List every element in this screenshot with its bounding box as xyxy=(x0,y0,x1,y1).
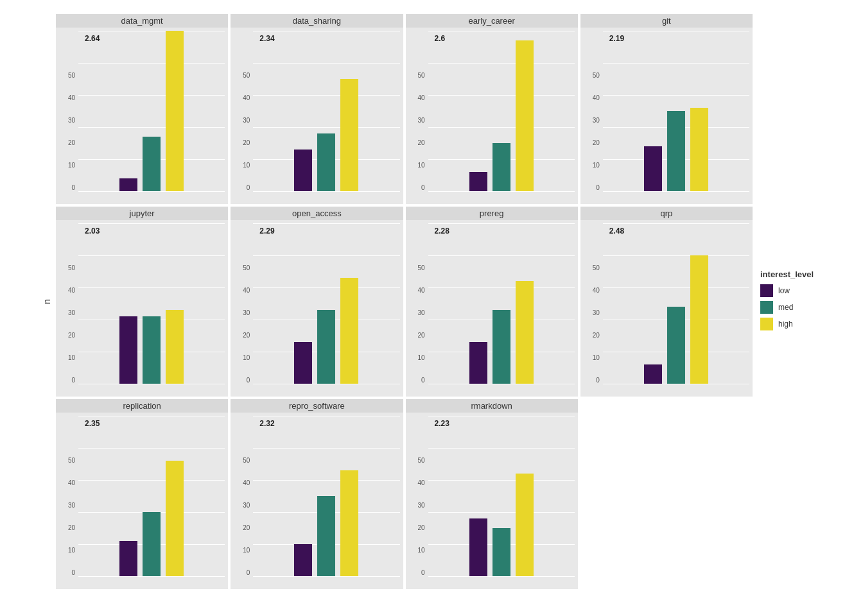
bar-replication-high xyxy=(166,461,184,576)
legend-area: interest_level low med high xyxy=(754,13,857,590)
bar-jupyter-low xyxy=(119,316,137,384)
y-axis-data_sharing: 01020304050 xyxy=(231,28,253,204)
y-axis-git: 01020304050 xyxy=(580,28,603,204)
bar-data_mgmt-med xyxy=(143,137,161,191)
y-axis-repro_software: 01020304050 xyxy=(231,413,253,589)
legend-label-low: low xyxy=(778,286,790,295)
bar-git-med xyxy=(667,111,685,191)
plot-inner-early_career: 2.6 xyxy=(428,31,575,191)
bar-data_mgmt-high xyxy=(166,31,184,191)
y-tick-50: 50 xyxy=(593,72,602,79)
y-tick-10: 10 xyxy=(68,547,77,554)
plot-inner-repro_software: 2.32 xyxy=(253,416,399,576)
bar-prereg-low xyxy=(469,342,487,384)
y-tick-10: 10 xyxy=(243,162,252,169)
bar-data_sharing-low xyxy=(294,150,312,191)
facet-title-prereg: prereg xyxy=(406,207,578,220)
empty-facet xyxy=(580,399,753,589)
mean-label-qrp: 2.48 xyxy=(609,227,624,235)
y-tick-10: 10 xyxy=(68,162,77,169)
y-tick-50: 50 xyxy=(417,264,426,271)
mean-label-early_career: 2.6 xyxy=(435,34,446,43)
bar-qrp-low xyxy=(644,364,662,384)
y-axis-rmarkdown: 01020304050 xyxy=(406,413,428,589)
grid-line-0 xyxy=(78,191,225,192)
facet-repro_software: repro_software010203040502.32 xyxy=(231,399,403,589)
legend-swatch-med xyxy=(760,301,773,314)
bar-repro_software-med xyxy=(317,496,335,576)
plot-inner-git: 2.19 xyxy=(603,31,749,191)
y-tick-0: 0 xyxy=(247,377,252,384)
bar-git-low xyxy=(644,146,662,191)
y-tick-20: 20 xyxy=(68,332,77,339)
y-tick-20: 20 xyxy=(593,139,602,146)
bars-area-jupyter xyxy=(78,223,225,384)
y-tick-10: 10 xyxy=(417,547,426,554)
legend-swatch-low xyxy=(760,284,773,297)
bar-data_mgmt-low xyxy=(119,178,137,191)
y-tick-10: 10 xyxy=(593,162,602,169)
bars-area-data_mgmt xyxy=(78,31,225,191)
y-tick-40: 40 xyxy=(417,94,426,101)
grid-line-0 xyxy=(253,576,399,577)
y-tick-40: 40 xyxy=(68,287,77,294)
y-tick-40: 40 xyxy=(417,479,426,486)
y-tick-20: 20 xyxy=(243,332,252,339)
mean-label-data_sharing: 2.34 xyxy=(259,34,274,43)
legend-title: interest_level xyxy=(760,270,850,279)
plot-inner-data_mgmt: 2.64 xyxy=(78,31,225,191)
grid-line-0 xyxy=(78,384,225,384)
y-tick-20: 20 xyxy=(417,524,426,531)
y-tick-20: 20 xyxy=(243,524,252,531)
y-tick-0: 0 xyxy=(421,184,427,191)
y-tick-40: 40 xyxy=(243,94,252,101)
mean-label-git: 2.19 xyxy=(609,34,624,43)
y-tick-50: 50 xyxy=(68,457,77,464)
mean-label-rmarkdown: 2.23 xyxy=(435,419,449,428)
y-tick-10: 10 xyxy=(68,354,77,361)
y-axis-early_career: 01020304050 xyxy=(406,28,428,204)
facet-plot-git: 010203040502.19 xyxy=(580,28,753,204)
mean-label-replication: 2.35 xyxy=(85,419,100,428)
facet-rmarkdown: rmarkdown010203040502.23 xyxy=(406,399,578,589)
y-tick-50: 50 xyxy=(243,264,252,271)
y-axis-replication: 01020304050 xyxy=(56,413,78,589)
y-axis-label: n xyxy=(42,299,52,304)
facet-plot-jupyter: 010203040502.03 xyxy=(56,220,228,397)
legend-item-med: med xyxy=(760,301,850,314)
y-tick-10: 10 xyxy=(243,354,252,361)
bar-qrp-med xyxy=(667,307,685,384)
y-tick-30: 30 xyxy=(243,117,252,124)
bar-early_career-low xyxy=(469,172,487,191)
bar-rmarkdown-high xyxy=(516,474,534,576)
facet-plot-data_sharing: 010203040502.34 xyxy=(231,28,403,204)
y-tick-10: 10 xyxy=(243,547,252,554)
y-tick-30: 30 xyxy=(243,502,252,509)
grid-line-0 xyxy=(428,191,575,192)
grid-line-0 xyxy=(253,384,399,384)
facet-replication: replication010203040502.35 xyxy=(56,399,228,589)
legend-item-high: high xyxy=(760,318,850,330)
facet-plot-qrp: 010203040502.48 xyxy=(580,220,753,397)
y-tick-20: 20 xyxy=(68,139,77,146)
bar-rmarkdown-med xyxy=(493,528,510,576)
mean-label-data_mgmt: 2.64 xyxy=(85,34,100,43)
plot-inner-data_sharing: 2.34 xyxy=(253,31,399,191)
mean-label-jupyter: 2.03 xyxy=(85,227,100,235)
y-tick-30: 30 xyxy=(68,117,77,124)
y-axis-data_mgmt: 01020304050 xyxy=(56,28,78,204)
facet-title-open_access: open_access xyxy=(231,207,403,220)
bar-prereg-med xyxy=(493,310,510,384)
y-tick-0: 0 xyxy=(71,569,77,576)
facet-plot-repro_software: 010203040502.32 xyxy=(231,413,403,589)
grid-line-0 xyxy=(603,384,749,384)
bar-early_career-high xyxy=(516,40,534,191)
y-tick-40: 40 xyxy=(593,94,602,101)
bar-data_sharing-med xyxy=(317,133,335,191)
y-tick-10: 10 xyxy=(593,354,602,361)
y-tick-0: 0 xyxy=(247,569,252,576)
y-tick-30: 30 xyxy=(593,117,602,124)
y-tick-30: 30 xyxy=(68,502,77,509)
facet-title-replication: replication xyxy=(56,399,228,413)
y-tick-0: 0 xyxy=(71,184,77,191)
